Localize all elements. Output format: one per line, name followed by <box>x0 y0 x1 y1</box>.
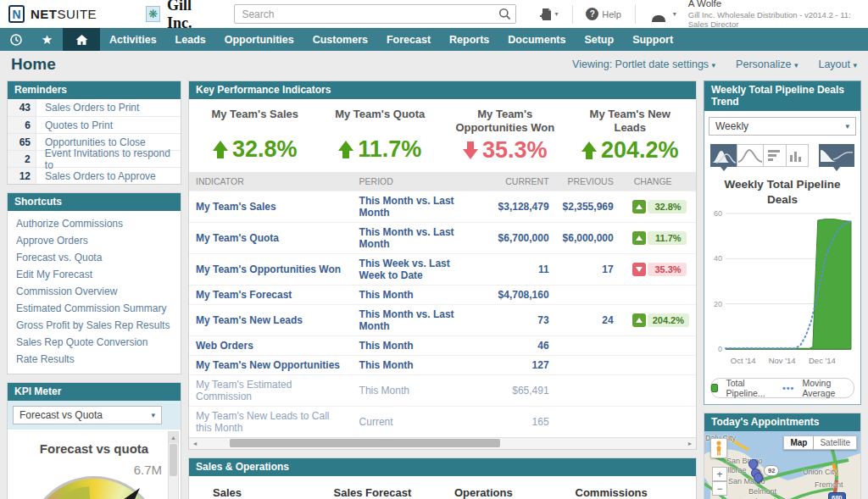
page-title: Home <box>11 55 56 74</box>
reminder-row[interactable]: 12 Sales Orders to Approve <box>8 167 181 184</box>
shortcut-link[interactable]: Authorize Commissions <box>16 215 172 232</box>
nav-item[interactable]: Leads <box>166 28 215 51</box>
reminder-link[interactable]: Sales Orders to Print <box>36 102 139 114</box>
shortcut-link[interactable]: Approve Orders <box>16 232 172 249</box>
nav-item-label: Forecast <box>387 34 431 46</box>
nav-item[interactable]: Setup <box>575 28 623 51</box>
period-link[interactable]: This Month <box>359 385 409 396</box>
chart-type-area-button[interactable] <box>710 144 737 167</box>
trend-style-button[interactable] <box>819 144 854 167</box>
appointments-header[interactable]: Today's Appointments <box>704 413 860 431</box>
period-link[interactable]: This Month <box>359 289 414 301</box>
svg-text:Nov '14: Nov '14 <box>769 356 796 365</box>
kpi-meter-select[interactable]: Forecast vs Quota ▾ <box>13 406 162 424</box>
period-link[interactable]: This Month vs. Last Month <box>359 195 454 219</box>
reminder-link[interactable]: Event Invitations to respond to <box>36 147 181 171</box>
street-view-pegman-icon[interactable] <box>710 438 727 458</box>
indicator-link[interactable]: My Team's New Opportunities <box>196 359 340 371</box>
kpi-table-hscrollbar[interactable]: ◄ ► <box>189 437 696 449</box>
shortcut-link[interactable]: Commission Overview <box>16 283 172 300</box>
highway-shield: 680 <box>828 492 846 499</box>
indicator-link[interactable]: My Team's Sales <box>196 201 276 213</box>
col-indicator[interactable]: INDICATOR <box>189 172 353 191</box>
change-value: 35.3% <box>648 263 687 276</box>
shortcut-link[interactable]: Edit My Forecast <box>16 266 172 283</box>
kpi-table-row: My Team's New Opportunities This Month 1… <box>189 355 696 374</box>
shortcuts-star-button[interactable]: ★ <box>31 28 63 51</box>
scroll-left-icon[interactable]: ◄ <box>189 441 201 446</box>
nav-item[interactable]: Documents <box>498 28 575 51</box>
indicator-link[interactable]: My Team's New Leads to Call this Month <box>196 410 329 434</box>
user-menu-button[interactable]: ▾ <box>649 7 676 22</box>
nav-item[interactable]: Customers <box>303 28 377 51</box>
kpi-meter-scrollbar[interactable]: ▲ <box>168 431 179 499</box>
indicator-link[interactable]: My Team's New Leads <box>196 314 303 326</box>
period-link[interactable]: This Month vs. Last Month <box>359 226 454 250</box>
reminders-header[interactable]: Reminders <box>8 81 181 99</box>
svg-text:60: 60 <box>714 209 722 218</box>
indicator-link[interactable]: My Team's Quota <box>196 232 279 244</box>
period-select[interactable]: Weekly ▾ <box>709 117 856 136</box>
map-view-button[interactable]: Map <box>783 435 814 450</box>
period-link[interactable]: This Month vs. Last Month <box>359 308 454 332</box>
reminder-row[interactable]: 6 Quotes to Print <box>8 116 181 133</box>
kpi-header[interactable]: Key Performance Indicators <box>189 81 696 99</box>
recent-records-button[interactable] <box>0 28 31 51</box>
sales-ops-header[interactable]: Sales & Operations <box>189 458 696 476</box>
col-change[interactable]: CHANGE <box>620 172 696 191</box>
nav-item[interactable]: Forecast <box>377 28 440 51</box>
search-input[interactable] <box>234 4 515 24</box>
indicator-link[interactable]: Web Orders <box>196 340 253 352</box>
zoom-out-button[interactable]: − <box>712 481 727 496</box>
chart-type-line-button[interactable] <box>737 144 764 167</box>
shortcut-link[interactable]: Estimated Commission Summary <box>16 300 172 317</box>
period-link[interactable]: This Month <box>359 340 414 352</box>
shortcut-link[interactable]: Forecast vs. Quota <box>16 249 172 266</box>
indicator-link[interactable]: My Team's Estimated Commission <box>196 379 292 402</box>
nav-item[interactable]: Activities <box>100 28 166 51</box>
reminder-row[interactable]: 2 Event Invitations to respond to <box>8 150 181 167</box>
chart-type-hbar-button[interactable] <box>763 144 787 167</box>
col-period[interactable]: PERIOD <box>353 172 486 191</box>
shortcuts-header[interactable]: Shortcuts <box>8 193 181 211</box>
nav-item[interactable]: Reports <box>440 28 498 51</box>
reminder-count: 43 <box>8 99 36 116</box>
scrollbar-thumb[interactable] <box>170 444 177 476</box>
pipeline-header[interactable]: Weekly Total Pipeline Deals Trend <box>704 81 860 111</box>
kpi-meter-header[interactable]: KPI Meter <box>8 383 181 401</box>
reminder-link[interactable]: Quotes to Print <box>36 119 113 131</box>
viewing-settings-dropdown[interactable]: Viewing: Portlet date settings ▾ <box>572 58 715 70</box>
nav-item[interactable]: Support <box>623 28 682 51</box>
satellite-view-button[interactable]: Satellite <box>814 435 857 450</box>
create-new-button[interactable]: ▾ <box>538 7 559 22</box>
scrollbar-thumb[interactable] <box>230 439 500 447</box>
zoom-in-button[interactable]: + <box>712 467 727 481</box>
reminder-link[interactable]: Sales Orders to Approve <box>36 170 156 182</box>
col-current[interactable]: CURRENT <box>485 172 555 191</box>
personalize-dropdown[interactable]: Personalize ▾ <box>736 58 798 70</box>
period-selected-value: Weekly <box>715 120 748 132</box>
appointments-map[interactable]: Daly CitySan BrunoMillbraeSan MateoBelmo… <box>704 431 860 499</box>
header-actions: ▾ ? Help ▾ A Wolfe Gill Inc. Wholesale D… <box>538 0 860 30</box>
home-tab[interactable] <box>63 28 100 51</box>
layout-dropdown[interactable]: Layout ▾ <box>818 58 857 70</box>
shortcut-link[interactable]: Sales Rep Quote Conversion Rate Results <box>16 334 172 368</box>
scroll-up-icon[interactable]: ▲ <box>169 432 178 443</box>
appointments-portlet: Today's Appointments <box>704 413 861 499</box>
period-link[interactable]: This Week vs. Last Week to Date <box>359 258 450 281</box>
reminder-link[interactable]: Opportunities to Close <box>36 136 146 148</box>
gauge-needle-icon <box>19 457 169 499</box>
shortcut-link[interactable]: Gross Profit by Sales Rep Results <box>16 317 172 334</box>
help-button[interactable]: ? Help <box>586 8 621 20</box>
period-link[interactable]: Current <box>359 416 393 428</box>
nav-item[interactable]: Opportunities <box>215 28 303 51</box>
chart-type-vbar-button[interactable] <box>786 144 810 167</box>
indicator-link[interactable]: My Team's Opportunities Won <box>196 263 341 275</box>
scroll-right-icon[interactable]: ► <box>684 441 696 446</box>
indicator-link[interactable]: My Team's Forecast <box>196 289 292 301</box>
reminder-row[interactable]: 43 Sales Orders to Print <box>8 99 181 116</box>
kpi-portlet: Key Performance Indicators My Team's Sal… <box>188 80 697 450</box>
search-icon[interactable] <box>498 8 511 20</box>
period-link[interactable]: This Month <box>359 359 414 371</box>
col-previous[interactable]: PREVIOUS <box>556 172 620 191</box>
